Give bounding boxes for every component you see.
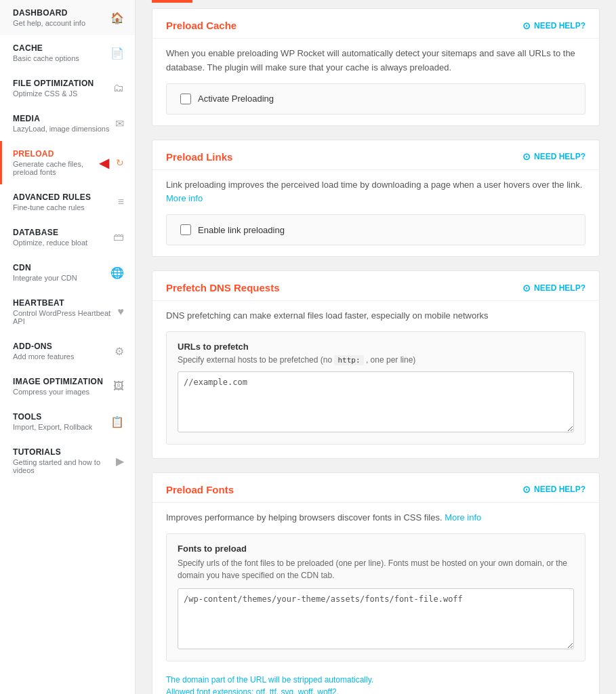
checkbox-preload-links[interactable] [180,224,191,235]
section-header-preload-links: Preload Links⊙NEED HELP? [152,140,599,170]
sidebar-item-title-heartbeat: HEARTBEAT [13,298,112,308]
checkbox-label-preload-links: Enable link preloading [198,225,285,235]
checkbox-row-preload-links: Enable link preloading [166,214,586,245]
prefetch-dns-box: URLs to prefetchSpecify external hosts t… [166,331,586,445]
fonts-to-preload-title: Fonts to preload [178,544,574,554]
need-help-button-preload-cache[interactable]: ⊙NEED HELP? [522,20,586,31]
help-circle-icon: ⊙ [522,20,531,31]
sidebar-item-heartbeat[interactable]: HEARTBEATControl WordPress Heartbeat API… [0,290,135,333]
section-prefetch-dns: Prefetch DNS Requests⊙NEED HELP?DNS pref… [152,270,600,459]
fonts-note-1: The domain part of the URL will be strip… [152,670,599,687]
sidebar-item-title-advanced-rules: ADVANCED RULES [13,192,112,202]
sidebar-icon-database: 🗃 [113,231,124,243]
section-desc-preload-cache: When you enable preloading WP Rocket wil… [152,39,599,83]
urls-to-prefetch-title: URLs to prefetch [178,342,574,352]
sidebar: DASHBOARDGet help, account info🏠CACHEBas… [0,0,136,694]
sidebar-item-subtitle-add-ons: Add more features [13,352,109,361]
sidebar-item-add-ons[interactable]: ADD-ONSAdd more features⚙ [0,333,135,369]
fonts-note-2: Allowed font extensions: otf, ttf, svg, … [152,687,599,694]
section-title-preload-cache: Preload Cache [166,20,237,31]
main-content: Preload Cache⊙NEED HELP?When you enable … [136,0,616,694]
section-title-preload-fonts: Preload Fonts [166,484,234,495]
need-help-button-preload-links[interactable]: ⊙NEED HELP? [522,151,586,162]
sidebar-item-file-optimization[interactable]: FILE OPTIMIZATIONOptimize CSS & JS🗂 [0,70,135,106]
need-help-button-prefetch-dns[interactable]: ⊙NEED HELP? [522,283,586,293]
sidebar-item-title-cdn: CDN [13,263,105,272]
fonts-box: Fonts to preloadSpecify urls of the font… [166,533,586,661]
need-help-label: NEED HELP? [534,485,586,494]
sidebar-icon-add-ons: ⚙ [115,345,124,358]
sidebar-item-database[interactable]: DATABASEOptimize, reduce bloat🗃 [0,220,135,255]
sidebar-icon-heartbeat: ♥ [118,306,125,318]
sections-container: Preload Cache⊙NEED HELP?When you enable … [152,3,600,694]
sidebar-item-subtitle-heartbeat: Control WordPress Heartbeat API [13,309,112,325]
sidebar-item-title-file-optimization: FILE OPTIMIZATION [13,79,108,88]
sidebar-item-title-cache: CACHE [13,43,105,53]
sidebar-item-image-optimization[interactable]: IMAGE OPTIMIZATIONCompress your images🖼 [0,369,135,404]
need-help-button-preload-fonts[interactable]: ⊙NEED HELP? [522,484,586,495]
section-title-prefetch-dns: Prefetch DNS Requests [166,282,280,293]
more-info-link-preload-fonts[interactable]: More info [445,512,481,523]
sidebar-item-title-add-ons: ADD-ONS [13,342,109,351]
sidebar-item-cache[interactable]: CACHEBasic cache options📄 [0,35,135,70]
sidebar-item-title-tutorials: TUTORIALS [13,447,110,457]
dns-prefetch-textarea[interactable] [178,371,574,432]
sidebar-icon-tutorials: ▶ [116,455,124,468]
need-help-label: NEED HELP? [534,152,586,161]
urls-to-prefetch-desc: Specify external hosts to be prefetched … [178,355,574,365]
fonts-to-preload-desc: Specify urls of the font files to be pre… [178,557,574,581]
sidebar-item-subtitle-dashboard: Get help, account info [13,19,105,27]
sidebar-icon-image-optimization: 🖼 [113,380,124,392]
section-preload-fonts: Preload Fonts⊙NEED HELP?Improves perform… [152,472,600,694]
section-header-prefetch-dns: Prefetch DNS Requests⊙NEED HELP? [152,271,599,301]
sidebar-item-preload[interactable]: PRELOADGenerate cache files, preload fon… [0,141,135,184]
sidebar-item-title-image-optimization: IMAGE OPTIMIZATION [13,377,108,386]
sidebar-item-subtitle-cdn: Integrate your CDN [13,274,105,282]
sidebar-item-title-media: MEDIA [13,114,110,123]
sidebar-item-subtitle-cache: Basic cache options [13,54,105,62]
help-circle-icon: ⊙ [522,151,531,162]
active-arrow-icon: ◀ [99,155,109,171]
sidebar-item-subtitle-media: LazyLoad, image dimensions [13,125,110,133]
more-info-link-preload-links[interactable]: More info [166,193,203,203]
fonts-preload-textarea[interactable] [178,588,574,649]
sidebar-item-media[interactable]: MEDIALazyLoad, image dimensions✉ [0,106,135,141]
sidebar-item-tutorials[interactable]: TUTORIALSGetting started and how to vide… [0,439,135,483]
sidebar-icon-file-optimization: 🗂 [113,82,124,94]
sidebar-item-tools[interactable]: TOOLSImport, Export, Rollback📋 [0,404,135,439]
sidebar-icon-media: ✉ [115,117,124,130]
checkbox-label-preload-cache: Activate Preloading [198,94,274,104]
section-preload-cache: Preload Cache⊙NEED HELP?When you enable … [152,8,600,126]
sidebar-item-title-dashboard: DASHBOARD [13,8,105,18]
section-title-preload-links: Preload Links [166,151,232,163]
section-desc-preload-links: Link preloading improves the perceived l… [152,170,599,215]
sidebar-item-subtitle-tutorials: Getting started and how to videos [13,458,110,474]
checkbox-preload-cache[interactable] [180,94,191,104]
sidebar-item-title-preload: PRELOAD [13,149,99,159]
sidebar-item-title-database: DATABASE [13,228,108,237]
section-desc-preload-fonts: Improves performance by helping browsers… [152,503,599,533]
section-preload-links: Preload Links⊙NEED HELP?Link preloading … [152,140,600,258]
sidebar-item-subtitle-advanced-rules: Fine-tune cache rules [13,203,112,211]
section-header-preload-cache: Preload Cache⊙NEED HELP? [152,9,599,39]
sidebar-icon-tools: 📋 [110,415,124,428]
http-code: http: [334,355,363,365]
sidebar-item-cdn[interactable]: CDNIntegrate your CDN🌐 [0,255,135,290]
sidebar-item-subtitle-image-optimization: Compress your images [13,388,108,396]
section-header-preload-fonts: Preload Fonts⊙NEED HELP? [152,473,599,503]
sidebar-icon-advanced-rules: ≡ [118,196,124,208]
need-help-label: NEED HELP? [534,21,586,30]
help-circle-icon: ⊙ [522,484,531,495]
sidebar-item-advanced-rules[interactable]: ADVANCED RULESFine-tune cache rules≡ [0,184,135,220]
sidebar-icon-dashboard: 🏠 [110,12,124,24]
sidebar-item-subtitle-tools: Import, Export, Rollback [13,423,105,431]
sidebar-icon-cdn: 🌐 [110,266,124,279]
sidebar-item-subtitle-file-optimization: Optimize CSS & JS [13,89,108,98]
section-desc-prefetch-dns: DNS prefetching can make external files … [152,301,599,331]
help-circle-icon: ⊙ [522,283,531,293]
sidebar-item-subtitle-database: Optimize, reduce bloat [13,239,108,247]
sidebar-item-subtitle-preload: Generate cache files, preload fonts [13,160,99,176]
sidebar-icon-cache: 📄 [110,47,124,60]
sidebar-icon-preload: ↻ [116,157,124,168]
sidebar-item-dashboard[interactable]: DASHBOARDGet help, account info🏠 [0,0,135,35]
